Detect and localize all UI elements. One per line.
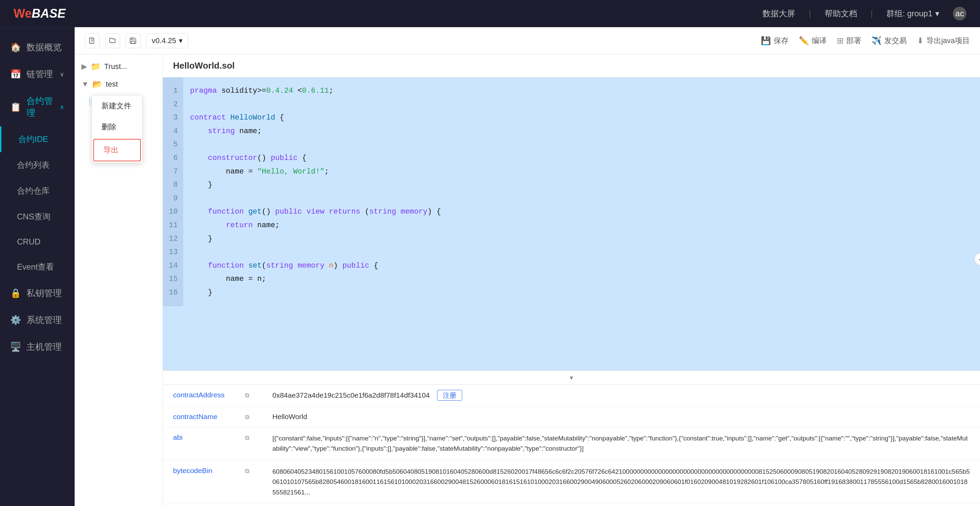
chevron-down-icon: ▾ [570,374,573,382]
sidebar-item-private-key[interactable]: 🔒 私钥管理 [0,280,74,306]
contract-name-field: contractName [163,407,235,427]
register-button[interactable]: 注册 [437,390,462,401]
logo[interactable]: WeBASE [14,6,65,21]
sidebar-item-contract-warehouse[interactable]: 合约仓库 [0,178,74,204]
sidebar-item-system-mgmt[interactable]: ⚙️ 系统管理 [0,306,74,334]
code-editor[interactable]: 12345 678910 111213141516 pragma solidit… [163,77,980,370]
user-avatar[interactable]: ac [953,7,966,21]
toolbar-export-java-label: 导出java项目 [926,36,970,46]
contract-name-copy-icon[interactable]: ⧉ [235,407,262,427]
copy-icon-2: ⧉ [245,413,250,420]
compile-icon: ✏️ [799,36,809,46]
sidebar-item-contract-mgmt[interactable]: 📋 合约管理 ∧ [0,88,74,126]
sidebar-item-crud[interactable]: CRUD [0,230,74,254]
bottom-panel: ▾ contractAddress ⧉ 0x84ae372a4de19c215c… [163,370,980,506]
toolbar-deploy-action[interactable]: ⊞ 部署 [837,36,861,46]
sidebar-item-data-overview[interactable]: 🏠 数据概览 [0,34,74,61]
bytecode-copy-icon[interactable]: ⧉ [235,460,262,504]
sidebar-item-contract-list[interactable]: 合约列表 [0,152,74,178]
sidebar-label-event-view: Event查看 [17,262,54,272]
file-tree-item-test[interactable]: ▼ 📂 test [75,75,162,93]
logo-we: We [14,6,32,21]
toolbar-compile-label: 编译 [812,36,827,46]
sidebar-label-crud: CRUD [17,237,40,247]
new-folder-btn[interactable] [105,33,120,48]
version-selector[interactable]: v0.4.25 ▾ [146,33,188,48]
calendar-icon: 📅 [10,69,21,80]
sidebar-label-data-overview: 数据概览 [27,42,62,53]
test-folder-arrow-icon: ▼ [81,80,89,89]
address-text: 0x84ae372a4de19c215c0e1f6a2d8f78f14df341… [272,391,430,399]
ide-toolbar-right: 💾 保存 ✏️ 编译 ⊞ 部署 ✈️ 发交易 ⬇ 导出java项目 [761,36,970,46]
ide-toolbar: v0.4.25 ▾ 💾 保存 ✏️ 编译 ⊞ 部署 ✈️ [75,27,980,54]
trust-folder-icon: 📁 [91,62,101,71]
toolbar-deploy-label: 部署 [846,36,861,46]
file-tree: ▶ 📁 Trust... ▼ 📂 test 📄 ... 新建文件 删除 [75,54,163,506]
contract-name-value: HelloWorld [262,407,980,427]
sidebar-label-cns-query: CNS查询 [17,211,51,222]
contract-address-value: 0x84ae372a4de19c215c0e1f6a2d8f78f14df341… [262,385,980,407]
abi-copy-icon[interactable]: ⧉ [235,427,262,460]
top-nav-right: 数据大屏 | 帮助文档 | 群组: group1 ▾ ac [762,7,966,21]
sidebar-item-user-mgmt[interactable]: 🖥️ 主机管理 [0,334,74,360]
code-header: HelloWorld.sol [163,54,980,77]
test-folder-name: test [106,80,118,89]
toolbar-sendtx-action[interactable]: ✈️ 发交易 [872,36,907,46]
sidebar-item-cns-query[interactable]: CNS查询 [0,204,74,230]
toolbar-compile-action[interactable]: ✏️ 编译 [799,36,827,46]
code-editor-area: HelloWorld.sol 12345 678910 111213141516… [163,54,980,506]
version-arrow-icon: ▾ [179,36,183,45]
table-row-bytecode: bytecodeBin ⧉ 60806040523480156100105760… [163,460,980,504]
sendtx-icon: ✈️ [872,36,881,46]
file-tree-item-trust[interactable]: ▶ 📁 Trust... [75,58,162,75]
code-content[interactable]: pragma solidity>=0.4.24 <0.6.11; contrac… [183,77,980,306]
sidebar-label-contract-warehouse: 合约仓库 [17,185,49,196]
context-export[interactable]: 导出 [93,139,141,161]
sidebar-label-chain-mgmt: 链管理 [27,68,53,80]
host-icon: 🖥️ [10,342,21,352]
copy-icon-3: ⧉ [245,434,250,441]
deploy-icon: ⊞ [837,36,843,46]
filename-label: HelloWorld.sol [173,61,235,71]
ide-toolbar-left: v0.4.25 ▾ [85,33,188,48]
contract-address-copy-icon[interactable]: ⧉ [235,385,262,407]
contract-icon: 📋 [10,102,21,112]
sidebar-item-contract-ide[interactable]: 合约IDE [0,126,74,152]
ide-body: ▶ 📁 Trust... ▼ 📂 test 📄 ... 新建文件 删除 [75,54,980,506]
nav-divider-1: | [809,9,811,18]
sidebar: 🏠 数据概览 📅 链管理 ∨ 📋 合约管理 ∧ 合约IDE 合约列表 合约仓库 … [0,27,75,506]
toolbar-sendtx-label: 发交易 [884,36,907,46]
group-selector[interactable]: 群组: group1 ▾ [886,8,939,19]
main-layout: 🏠 数据概览 📅 链管理 ∨ 📋 合约管理 ∧ 合约IDE 合约列表 合约仓库 … [0,27,980,506]
group-arrow-icon: ▾ [935,9,939,18]
nav-divider-2: | [871,9,873,18]
sidebar-label-user-mgmt: 主机管理 [27,341,62,353]
contract-address-field: contractAddress [163,385,235,407]
table-row-contract-name: contractName ⧉ HelloWorld [163,407,980,427]
trust-folder-name: Trust... [104,62,127,71]
contract-mgmt-arrow-icon: ∧ [60,103,64,111]
line-numbers: 12345 678910 111213141516 [163,77,183,306]
toolbar-export-java-action[interactable]: ⬇ 导出java项目 [917,36,970,46]
context-menu: 新建文件 删除 导出 [92,95,143,163]
abi-value: [{"constant":false,"inputs":[{"name":"n"… [262,427,980,460]
context-delete[interactable]: 删除 [92,117,142,137]
save-file-btn[interactable] [126,33,140,48]
sidebar-label-contract-mgmt: 合约管理 [27,95,54,119]
home-icon: 🏠 [10,42,21,53]
toolbar-save-action[interactable]: 💾 保存 [761,36,789,46]
sidebar-item-event-view[interactable]: Event查看 [0,254,74,280]
sidebar-label-contract-list: 合约列表 [17,160,49,171]
nav-help-docs[interactable]: 帮助文档 [824,8,857,19]
toolbar-save-label: 保存 [774,36,789,46]
copy-icon: ⧉ [245,392,250,399]
export-java-icon: ⬇ [917,36,924,46]
table-row-contract-address: contractAddress ⧉ 0x84ae372a4de19c215c0e… [163,385,980,407]
new-file-btn[interactable] [85,33,100,48]
bottom-toggle[interactable]: ▾ [163,371,980,385]
sidebar-label-private-key: 私钥管理 [27,287,62,299]
sidebar-item-chain-mgmt[interactable]: 📅 链管理 ∨ [0,61,74,88]
gear-icon: ⚙️ [10,315,21,325]
nav-data-screen[interactable]: 数据大屏 [762,8,795,19]
context-new-file[interactable]: 新建文件 [92,96,142,117]
